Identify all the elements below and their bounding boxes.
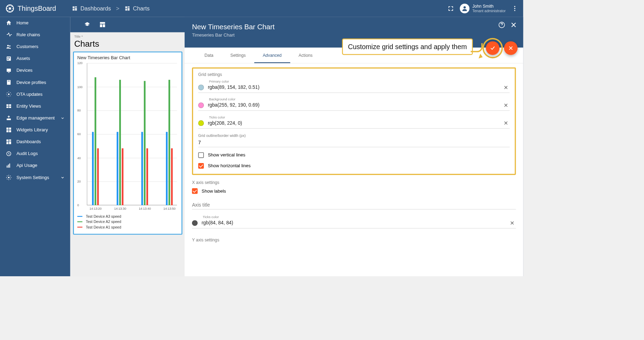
cancel-button[interactable] bbox=[504, 41, 518, 55]
clear-icon[interactable]: ✕ bbox=[509, 220, 516, 227]
chevron-down-icon bbox=[60, 175, 65, 180]
logo-icon bbox=[5, 4, 15, 14]
background-color-field[interactable]: Background color rgba(255, 92, 190, 0.69… bbox=[198, 98, 510, 111]
sidebar-item-customers[interactable]: Customers bbox=[0, 41, 70, 53]
tab-settings[interactable]: Settings bbox=[222, 48, 254, 63]
clear-icon[interactable]: ✕ bbox=[503, 102, 509, 109]
breadcrumb-root[interactable]: Dashboards bbox=[80, 5, 111, 12]
section-title: Y axis settings bbox=[192, 238, 516, 242]
sidebar-item-audit[interactable]: Audit Logs bbox=[0, 148, 70, 160]
sidebar-item-system[interactable]: System Settings bbox=[0, 171, 70, 183]
checkbox-icon[interactable] bbox=[198, 163, 204, 169]
widget-edit-panel: New Timeseries Bar Chart Timeseries Bar … bbox=[185, 17, 523, 276]
sidebar-item-home[interactable]: Home bbox=[0, 17, 70, 29]
color-swatch[interactable] bbox=[198, 102, 204, 108]
field-label: Primary color bbox=[209, 79, 229, 83]
sidebar-item-api[interactable]: Api Usage bbox=[0, 160, 70, 171]
help-icon[interactable] bbox=[498, 22, 505, 29]
svg-rect-19 bbox=[7, 59, 8, 60]
checkbox-label: Show vertical lines bbox=[208, 153, 245, 158]
user-menu[interactable]: John Smith Tenant administrator bbox=[460, 4, 506, 14]
svg-point-12 bbox=[514, 8, 515, 9]
fullscreen-icon[interactable] bbox=[447, 5, 454, 12]
clear-icon[interactable]: ✕ bbox=[503, 120, 509, 127]
field-value: rgba(89, 154, 182, 0.51) bbox=[208, 85, 503, 90]
show-labels-checkbox[interactable]: Show labels bbox=[192, 188, 516, 194]
layers-icon[interactable] bbox=[84, 21, 91, 28]
apply-button[interactable] bbox=[486, 41, 499, 55]
section-title: X axis settings bbox=[192, 180, 516, 185]
sidebar-item-assets[interactable]: Assets bbox=[0, 53, 70, 64]
sidebar-item-edge[interactable]: Edge management bbox=[0, 112, 70, 124]
label: OTA updates bbox=[16, 92, 43, 97]
widget-title: New Timeseries Bar Chart bbox=[77, 55, 178, 60]
sidebar-item-rule-chains[interactable]: Rule chains bbox=[0, 29, 70, 41]
field-label: Background color bbox=[209, 98, 236, 101]
show-vertical-checkbox[interactable]: Show vertical lines bbox=[198, 152, 510, 158]
tab-actions[interactable]: Actions bbox=[290, 48, 321, 63]
svg-point-10 bbox=[463, 6, 466, 9]
label: Assets bbox=[16, 56, 30, 61]
svg-rect-30 bbox=[6, 128, 8, 130]
tab-advanced[interactable]: Advanced bbox=[254, 48, 290, 63]
svg-rect-40 bbox=[8, 164, 9, 168]
sidebar-item-widgets[interactable]: Widgets Library bbox=[0, 124, 70, 136]
clear-icon[interactable]: ✕ bbox=[503, 84, 509, 91]
svg-point-14 bbox=[7, 45, 9, 46]
svg-rect-20 bbox=[7, 69, 11, 72]
breadcrumb-current[interactable]: Charts bbox=[133, 5, 150, 12]
more-icon[interactable] bbox=[511, 5, 518, 12]
dashboard-title[interactable]: Charts bbox=[74, 39, 182, 49]
ticks-color-field[interactable]: Ticks color rgb(208, 224, 0) ✕ bbox=[198, 116, 510, 129]
layouts-icon[interactable] bbox=[99, 21, 106, 28]
tab-data[interactable]: Data bbox=[196, 48, 222, 63]
label: Dashboards bbox=[16, 139, 41, 145]
svg-rect-32 bbox=[6, 130, 8, 132]
sidebar-item-dashboards[interactable]: Dashboards bbox=[0, 136, 70, 148]
dashboard-title-block: Title * Charts New Timeseries Bar Chart … bbox=[73, 32, 183, 235]
checkbox-icon[interactable] bbox=[198, 152, 204, 158]
color-swatch[interactable] bbox=[192, 220, 198, 226]
field-value: rgba(255, 92, 190, 0.69) bbox=[208, 102, 503, 108]
svg-rect-29 bbox=[7, 118, 11, 120]
svg-rect-5 bbox=[72, 9, 74, 10]
svg-rect-41 bbox=[9, 163, 10, 168]
primary-color-field[interactable]: Primary color rgba(89, 154, 182, 0.51) ✕ bbox=[198, 80, 510, 93]
label: Customers bbox=[16, 44, 38, 49]
user-role: Tenant administrator bbox=[472, 9, 506, 13]
svg-rect-43 bbox=[100, 22, 105, 24]
breadcrumb: Dashboards > Charts bbox=[72, 5, 150, 12]
sidebar-item-devices[interactable]: Devices bbox=[0, 64, 70, 76]
label: Rule chains bbox=[16, 32, 40, 38]
widget-card[interactable]: New Timeseries Bar Chart 020406080100120… bbox=[73, 52, 183, 235]
svg-point-1 bbox=[9, 7, 11, 10]
color-swatch[interactable] bbox=[198, 85, 204, 90]
svg-rect-6 bbox=[125, 6, 127, 8]
x-ticks-color-field[interactable]: Ticks color rgb(84, 84, 84) ✕ bbox=[192, 216, 516, 229]
dashboard-canvas: Title * Charts New Timeseries Bar Chart … bbox=[70, 32, 523, 276]
svg-rect-31 bbox=[9, 128, 11, 130]
field-label: Ticks color bbox=[203, 215, 219, 219]
field-value: rgb(84, 84, 84) bbox=[202, 220, 509, 226]
avatar bbox=[460, 4, 470, 14]
label: Api Usage bbox=[16, 163, 37, 168]
logo-text: ThingsBoard bbox=[17, 5, 56, 13]
svg-rect-45 bbox=[103, 24, 105, 27]
label: Widgets Library bbox=[16, 128, 48, 133]
sidebar-item-entity-views[interactable]: Entity Views bbox=[0, 100, 70, 112]
show-horizontal-checkbox[interactable]: Show horizontal lines bbox=[198, 163, 510, 169]
svg-point-42 bbox=[8, 177, 9, 178]
outline-width-input[interactable] bbox=[198, 139, 510, 147]
sidebar-item-ota[interactable]: OTA updates bbox=[0, 88, 70, 100]
panel-body[interactable]: Grid settings Primary color rgba(89, 154… bbox=[185, 63, 523, 276]
svg-rect-36 bbox=[9, 141, 11, 144]
svg-rect-39 bbox=[7, 165, 7, 168]
sidebar-item-device-profiles[interactable]: Device profiles bbox=[0, 76, 70, 88]
svg-point-13 bbox=[514, 10, 515, 11]
panel-subtitle: Timeseries Bar Chart bbox=[192, 32, 516, 38]
axis-title-input[interactable] bbox=[192, 201, 516, 210]
color-swatch[interactable] bbox=[198, 120, 204, 126]
close-icon[interactable] bbox=[510, 22, 517, 29]
checkbox-icon[interactable] bbox=[192, 188, 198, 194]
svg-rect-9 bbox=[125, 9, 127, 10]
